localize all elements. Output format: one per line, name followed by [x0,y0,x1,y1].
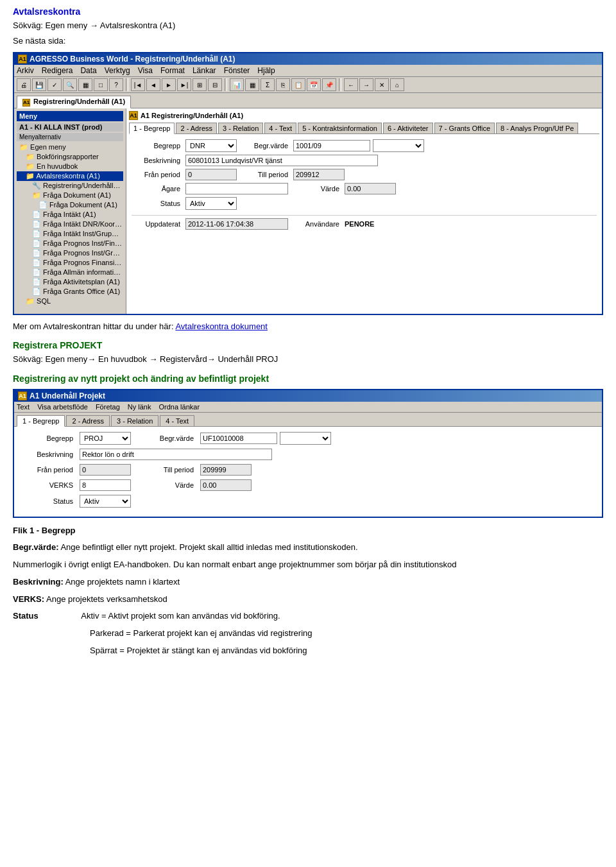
tree-item-9[interactable]: 📄 Fråga Intäkt Inst/Grupp/DNR [17,229,123,239]
tb-copy-btn[interactable]: ⎘ [276,78,290,91]
inner-tab-adress[interactable]: 2 - Adress [176,123,217,133]
status-select[interactable]: Aktiv [185,197,237,210]
tree-item-15[interactable]: 📄 Fråga Grants Office (A1) [17,287,123,296]
heading-registrera: Registrera PROJEKT [13,340,603,350]
tb-box-btn[interactable]: □ [94,78,108,91]
tb-nav2-btn[interactable]: ⊟ [208,78,222,91]
tb-next-btn[interactable]: ► [162,78,176,91]
tree-item-16[interactable]: 📁 SQL [17,296,123,306]
menu-format[interactable]: Format [160,66,185,75]
proj-begrvalue-input[interactable] [200,433,277,444]
tb-arrow1-btn[interactable]: ← [344,78,358,91]
tree-item-5[interactable]: 📁 Fråga Dokument (A1) [17,191,123,200]
tb-arrow2-btn[interactable]: → [359,78,373,91]
proj-beskrivning-input[interactable] [80,449,272,460]
beskrivning-label: Beskrivning [132,157,183,164]
window-icon: A1 [18,55,27,64]
tree-item-13[interactable]: 📄 Fråga Allmän information (A1) [17,268,123,277]
tb-print-btn[interactable]: 🖨 [17,78,31,91]
inner-tab-analys[interactable]: 8 - Analys Progn/Utf Pe [496,123,578,133]
proj-status-row: Status Aktiv [19,495,597,508]
proj-verks-input[interactable] [80,479,131,491]
tab-registrering[interactable]: A1 Registrering/Underhåll (A1) [17,96,131,108]
beskrivning-input[interactable] [185,155,378,166]
tree-item-1[interactable]: 📁 Bokföringsrapporter [17,152,123,162]
proj-menu-nylank[interactable]: Ny länk [128,403,151,411]
tb-last-btn[interactable]: ►| [177,78,191,91]
tb-first-btn[interactable]: |◄ [131,78,145,91]
proj-menu-visa[interactable]: Visa arbetsflöde [37,403,88,411]
menu-data[interactable]: Data [80,66,96,75]
tree-item-3[interactable]: 📁 Avtalsreskontra (A1) [17,171,123,181]
tb-paste-btn[interactable]: 📋 [291,78,305,91]
begrepp-select[interactable]: DNR [185,139,237,152]
proj-menu-foretag[interactable]: Företag [96,403,120,411]
tb-sigma-btn[interactable]: Σ [261,78,275,91]
tree-item-2[interactable]: 📁 En huvudbok [17,162,123,171]
inner-tab-text[interactable]: 4 - Text [264,123,296,133]
window-menubar[interactable]: Arkiv Redigera Data Verktyg Visa Format … [14,65,602,77]
menu-lankar[interactable]: Länkar [193,66,216,75]
tree-item-14[interactable]: 📄 Fråga Aktivitetsplan (A1) [17,277,123,287]
inner-tab-begrepp[interactable]: 1 - Begrepp [129,123,175,134]
tree-item-0[interactable]: 📁 Egen meny [17,142,123,152]
proj-begrvalue-select[interactable] [280,432,331,445]
updated-row: Uppdaterat Användare PENORE [132,215,597,230]
tree-item-7[interactable]: 📄 Fråga Intäkt (A1) [17,210,123,219]
beskrivning-desc: Beskrivning: Ange projektets namn i klar… [13,576,603,589]
inner-tab-relation[interactable]: 3 - Relation [218,123,263,133]
tree-item-11[interactable]: 📄 Fråga Prognos Inst/Grupp/Fin [17,248,123,258]
tb-check-btn[interactable]: ✓ [47,78,62,91]
tb-q-btn[interactable]: ? [109,78,123,91]
nav-text-2: Sökväg: Egen meny→ En huvudbok → Registe… [13,353,603,366]
proj-till-period-label: Till period [133,466,198,474]
tb-close-btn[interactable]: ✕ [375,78,389,91]
menu-redigera[interactable]: Redigera [42,66,73,75]
proj-menu-ordna[interactable]: Ordna länkar [158,403,200,411]
tree-item-6[interactable]: 📄 Fråga Dokument (A1) [17,200,123,210]
proj-menubar[interactable]: Text Visa arbetsflöde Företag Ny länk Or… [14,402,602,413]
proj-menu-text[interactable]: Text [17,403,30,411]
inner-tab-grants[interactable]: 7 - Grants Office [434,123,495,133]
proj-tab-adress[interactable]: 2 - Adress [66,415,110,426]
tree-item-12[interactable]: 📄 Fråga Prognos Finansiär (A1) [17,258,123,268]
proj-begrepp-select[interactable]: PROJ [80,432,131,445]
proj-tab-relation[interactable]: 3 - Relation [111,415,158,426]
tb-pin-btn[interactable]: 📌 [322,78,336,91]
agare-input[interactable] [185,183,288,194]
tb-nav1-btn[interactable]: ⊞ [193,78,207,91]
inner-tab-bar: 1 - Begrepp 2 - Adress 3 - Relation 4 - … [129,123,599,134]
inner-tab-kontrakt[interactable]: 5 - Kontraktsinformation [298,123,382,133]
avtal-link[interactable]: Avtalreskontra dokument [175,322,268,331]
proj-status-label: Status [19,497,77,505]
tb-cal-btn[interactable]: 📅 [307,78,321,91]
tree-item-4[interactable]: 🔧 Registrering/Underhåll (A1) [17,181,123,191]
menu-hjalp[interactable]: Hjälp [257,66,275,75]
sidebar-title: Meny [17,111,123,121]
status-desc: Status Aktiv = Aktivt projekt som kan an… [13,610,603,623]
tb-home-btn[interactable]: ⌂ [390,78,404,91]
tb-chart-btn[interactable]: 📊 [230,78,244,91]
begrvalue-input[interactable] [293,140,370,151]
tb-prev-btn[interactable]: ◄ [146,78,160,91]
tree-item-10[interactable]: 📄 Fråga Prognos Inst/Fin (A1) [17,239,123,248]
proj-status-select[interactable]: Aktiv [80,495,131,508]
tb-search-btn[interactable]: 🔍 [63,78,77,91]
fran-period-label: Från period [132,171,183,178]
inner-tab-aktiviteter[interactable]: 6 - Aktiviteter [383,123,433,133]
menu-fonster[interactable]: Fönster [224,66,250,75]
proj-tab-text[interactable]: 4 - Text [160,415,194,426]
window-toolbar: 🖨 💾 ✓ 🔍 ▦ □ ? |◄ ◄ ► ►| ⊞ ⊟ 📊 ▦ Σ ⎘ 📋 📅 … [14,77,602,93]
till-period-input [293,169,345,180]
window-body: Meny A1 - KI ALLA INST (prod) Menyaltern… [14,108,602,314]
tree-item-8[interactable]: 📄 Fråga Intäkt DNR/Koord/Inst [17,219,123,229]
tb-table-btn[interactable]: ▦ [245,78,259,91]
tb-save-btn[interactable]: 💾 [32,78,46,91]
menu-verktyg[interactable]: Verktyg [105,66,130,75]
tb-grid-btn[interactable]: ▦ [78,78,92,91]
proj-tab-begrepp[interactable]: 1 - Begrepp [17,415,65,427]
parkerad-desc: Parkerad = Parkerat projekt kan ej använ… [13,627,603,640]
menu-visa[interactable]: Visa [138,66,153,75]
begrvalue-select[interactable] [373,139,424,152]
menu-arkiv[interactable]: Arkiv [17,66,34,75]
